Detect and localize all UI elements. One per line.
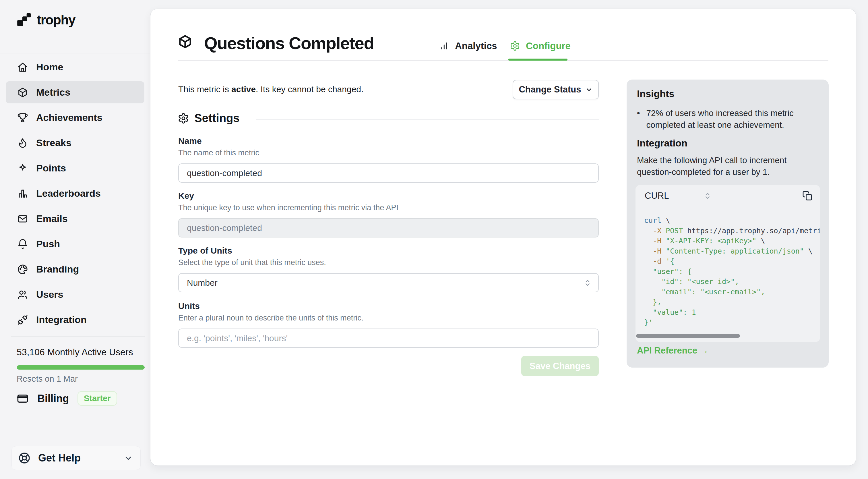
metric-cube-icon — [178, 34, 193, 50]
sparkle-icon — [17, 163, 28, 174]
sidebar-header-divider — [0, 53, 150, 53]
chevron-down-icon — [585, 86, 593, 93]
chevron-down-icon — [124, 453, 133, 462]
mau-progress-fill — [17, 365, 145, 369]
code-snippet-header: CURL — [636, 185, 820, 207]
mau-count: 53,106 Monthly Active Users — [17, 347, 145, 358]
sidebar-usage-divider — [11, 336, 145, 336]
sidebar-item-users[interactable]: Users — [6, 283, 144, 305]
usage-summary: 53,106 Monthly Active Users — [17, 347, 145, 358]
integration-heading: Integration — [637, 138, 687, 149]
mail-icon — [17, 213, 28, 224]
units-label: Units — [178, 301, 599, 311]
plug-icon — [17, 315, 28, 325]
snippet-language-select[interactable]: CURL — [645, 191, 669, 201]
sidebar-item-home[interactable]: Home — [6, 56, 144, 78]
credit-card-icon — [17, 393, 29, 405]
status-state: active — [231, 84, 256, 94]
app-window: trophy Home Metrics Achievements — [0, 0, 868, 479]
units-input[interactable] — [178, 329, 599, 348]
life-buoy-icon — [18, 452, 31, 465]
sidebar-item-leaderboards[interactable]: Leaderboards — [6, 182, 144, 205]
insight-bullet: • 72% of users who increased this metric… — [637, 107, 815, 131]
key-field-group: Key The unique key to use when increment… — [178, 191, 599, 238]
home-icon — [17, 62, 28, 73]
header-divider — [178, 60, 828, 61]
gear-icon — [510, 41, 520, 51]
unit-type-field-group: Type of Units Select the type of unit th… — [178, 246, 599, 292]
copy-icon[interactable] — [802, 191, 813, 201]
bell-icon — [17, 239, 28, 249]
active-tab-underline — [508, 59, 567, 61]
metric-status-text: This metric is active. Its key cannot be… — [178, 84, 363, 94]
sidebar-item-billing[interactable]: Billing Starter — [17, 391, 117, 406]
name-input[interactable] — [178, 163, 599, 183]
trophy-icon — [17, 112, 28, 123]
main-content-card: Questions Completed Analytics Configure … — [150, 9, 856, 466]
sidebar-item-emails[interactable]: Emails — [6, 208, 144, 230]
tab-analytics[interactable]: Analytics — [439, 38, 497, 54]
unit-type-help: Select the type of unit that this metric… — [178, 258, 599, 267]
sidebar: trophy Home Metrics Achievements — [0, 0, 150, 479]
cube-icon — [17, 87, 28, 98]
api-reference-link[interactable]: API Reference → — [637, 346, 709, 356]
insights-panel: Insights • 72% of users who increased th… — [627, 80, 829, 367]
bar-chart-icon — [17, 188, 28, 199]
units-field-group: Units Enter a plural noun to describe th… — [178, 301, 599, 348]
key-input — [178, 218, 599, 238]
unit-type-label: Type of Units — [178, 246, 599, 256]
get-help-button[interactable]: Get Help — [11, 446, 141, 470]
page-title: Questions Completed — [204, 34, 374, 53]
sidebar-item-achievements[interactable]: Achievements — [6, 107, 144, 129]
palette-icon — [17, 264, 28, 275]
key-help: The unique key to use when incrementing … — [178, 203, 599, 212]
mau-progress-track — [17, 365, 145, 369]
sidebar-item-metrics[interactable]: Metrics — [6, 81, 144, 103]
sidebar-item-integration[interactable]: Integration — [6, 309, 144, 331]
app-logo-text: trophy — [37, 12, 75, 28]
usage-reset-date: Resets on 1 Mar — [17, 374, 78, 384]
units-help: Enter a plural noun to describe the unit… — [178, 313, 599, 323]
key-label: Key — [178, 191, 599, 201]
settings-divider — [256, 119, 599, 120]
sidebar-item-streaks[interactable]: Streaks — [6, 132, 144, 154]
flame-icon — [17, 138, 28, 148]
curl-code-block: curl \ -X POST https://app.trophy.so/api… — [636, 207, 820, 328]
insights-heading: Insights — [637, 88, 674, 99]
chevrons-up-down-icon[interactable] — [703, 191, 712, 200]
unit-type-select[interactable]: Number — [178, 273, 599, 292]
change-status-button[interactable]: Change Status — [513, 80, 599, 99]
plan-badge: Starter — [78, 391, 117, 406]
integration-description: Make the following API call to increment… — [637, 154, 811, 178]
settings-section-heading: Settings — [178, 112, 240, 125]
code-scrollbar-thumb[interactable] — [636, 334, 740, 338]
analytics-bars-icon — [439, 41, 449, 51]
save-changes-button[interactable]: Save Changes — [521, 356, 599, 376]
chevrons-up-down-icon — [583, 278, 592, 287]
sidebar-item-push[interactable]: Push — [6, 233, 144, 255]
sidebar-item-points[interactable]: Points — [6, 157, 144, 179]
name-label: Name — [178, 136, 599, 146]
name-field-group: Name The name of this metric — [178, 136, 599, 183]
sidebar-nav: Home Metrics Achievements Streaks — [6, 56, 144, 334]
name-help: The name of this metric — [178, 148, 599, 157]
trophy-logo-icon — [17, 12, 32, 27]
sidebar-item-branding[interactable]: Branding — [6, 258, 144, 280]
gear-icon — [178, 113, 189, 124]
users-icon — [17, 289, 28, 300]
tab-configure[interactable]: Configure — [510, 38, 570, 54]
code-snippet-card: CURL curl \ -X POST https://app.trophy.s… — [636, 185, 820, 342]
app-logo[interactable]: trophy — [17, 12, 75, 28]
